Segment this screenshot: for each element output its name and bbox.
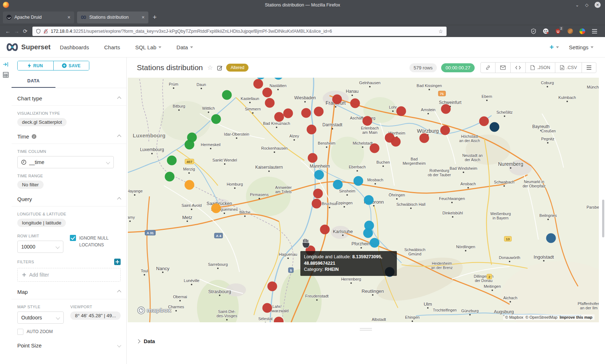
menu-icon[interactable] xyxy=(591,28,598,35)
scatter-point[interactable] xyxy=(320,225,330,235)
attribution-osm[interactable]: © OpenStreetMap xyxy=(525,315,557,319)
edit-properties-icon[interactable] xyxy=(217,65,223,70)
scatter-point[interactable] xyxy=(301,108,311,118)
bookmark-star-icon[interactable]: ☆ xyxy=(438,28,443,34)
scatter-point[interactable] xyxy=(370,238,380,248)
scatter-point[interactable] xyxy=(313,189,323,199)
map-style-select[interactable]: Outdoors xyxy=(17,311,64,324)
cookie-extension-icon[interactable] xyxy=(567,28,573,35)
attribution-mapbox[interactable]: © Mapbox xyxy=(505,315,523,319)
section-time[interactable]: Timei xyxy=(12,126,126,144)
embed-code-button[interactable] xyxy=(510,63,525,73)
scrollbar-thumb[interactable] xyxy=(602,200,604,237)
time-column-select[interactable]: __time xyxy=(17,156,114,168)
scatter-point[interactable] xyxy=(263,88,272,97)
scatter-point[interactable] xyxy=(312,199,322,209)
scatter-point[interactable] xyxy=(364,195,374,205)
shield-check-icon[interactable] xyxy=(530,28,537,35)
share-link-button[interactable] xyxy=(481,63,495,73)
window-minimize-icon[interactable]: ⌄ xyxy=(575,3,579,7)
forward-icon[interactable]: → xyxy=(12,28,21,34)
add-new-button[interactable]: + xyxy=(550,43,559,51)
chart-menu-button[interactable] xyxy=(582,63,596,73)
scatter-point[interactable] xyxy=(350,99,360,108)
scatter-point[interactable] xyxy=(308,153,318,163)
superset-logo[interactable]: Superset xyxy=(6,43,50,51)
viewport-value[interactable]: 8° 46' 45.28" | 49... xyxy=(70,311,121,320)
back-icon[interactable]: ← xyxy=(4,28,12,34)
scatter-point[interactable] xyxy=(441,104,451,114)
scatter-point[interactable] xyxy=(167,156,177,165)
scatter-point[interactable] xyxy=(490,122,499,132)
ignore-null-checkbox[interactable] xyxy=(70,235,76,241)
download-json-button[interactable]: .JSON xyxy=(525,63,555,73)
deckgl-map[interactable]: PrümDaunNastättenGelnhausenBad Kissingen… xyxy=(128,78,599,322)
tab-close-icon[interactable]: ✕ xyxy=(67,15,71,20)
scatter-point[interactable] xyxy=(274,78,283,80)
scatter-point[interactable] xyxy=(165,172,175,182)
mapbox-logo[interactable]: mapbox xyxy=(137,306,171,314)
scatter-point[interactable] xyxy=(274,112,284,122)
tab-data[interactable]: DATA xyxy=(12,75,55,88)
section-chart-type[interactable]: Chart type xyxy=(12,88,126,105)
scatter-point[interactable] xyxy=(370,144,380,153)
scatter-point[interactable] xyxy=(274,317,284,323)
download-csv-button[interactable]: .CSV xyxy=(555,63,582,73)
scatter-point[interactable] xyxy=(354,176,363,186)
lonlat-value[interactable]: longitude | latitude xyxy=(17,219,66,227)
tab-close-icon[interactable]: ✕ xyxy=(142,15,145,20)
scatter-point[interactable] xyxy=(314,170,324,180)
mask-extension-icon[interactable] xyxy=(542,28,549,35)
scatter-point[interactable] xyxy=(479,117,489,126)
add-filter-plus-button[interactable] xyxy=(114,259,121,265)
data-panel-header[interactable]: Data xyxy=(127,331,605,344)
panel-resize-handle[interactable] xyxy=(127,328,605,331)
altered-badge[interactable]: Altered xyxy=(226,64,248,72)
save-button[interactable]: SAVE xyxy=(53,61,89,70)
scatter-point[interactable] xyxy=(185,180,194,190)
tab-stations-distribution[interactable]: Stations distribution ✕ xyxy=(77,12,148,23)
section-map[interactable]: Map xyxy=(12,282,126,299)
scatter-point[interactable] xyxy=(254,79,263,89)
add-filter-field[interactable]: Add filter xyxy=(17,268,121,282)
scatter-point[interactable] xyxy=(363,116,372,126)
window-maximize-icon[interactable]: ◇ xyxy=(585,3,588,7)
scatter-point[interactable] xyxy=(332,95,342,104)
scatter-point[interactable] xyxy=(265,98,275,108)
url-field[interactable]: 172.18.0.4:32251/superset/explore/?form_… xyxy=(32,27,447,36)
scatter-point[interactable] xyxy=(185,140,194,150)
collapse-panel-icon[interactable] xyxy=(3,62,9,67)
run-button[interactable]: RUN xyxy=(18,61,53,70)
settings-menu[interactable]: Settings xyxy=(569,44,593,50)
scatter-point[interactable] xyxy=(420,133,429,143)
scatter-point[interactable] xyxy=(307,125,317,135)
scatter-point[interactable] xyxy=(314,107,324,117)
insecure-lock-icon[interactable] xyxy=(44,29,48,34)
scatter-point[interactable] xyxy=(263,303,272,313)
email-button[interactable] xyxy=(495,63,510,73)
auto-zoom-checkbox[interactable] xyxy=(17,329,23,335)
nav-dashboards[interactable]: Dashboards xyxy=(60,44,89,50)
nav-charts[interactable]: Charts xyxy=(104,44,120,50)
section-point-size[interactable]: Point Size xyxy=(12,335,126,352)
time-range-value[interactable]: No filter xyxy=(17,181,44,189)
scatter-point[interactable] xyxy=(391,137,401,147)
reload-icon[interactable]: ⟳ xyxy=(21,28,30,35)
scatter-point[interactable] xyxy=(546,233,556,243)
ublock-icon[interactable]: 2 xyxy=(555,28,561,35)
scatter-point[interactable] xyxy=(396,106,406,116)
row-limit-select[interactable]: 10000 xyxy=(17,241,63,253)
scatter-point[interactable] xyxy=(440,126,450,135)
scatter-point[interactable] xyxy=(283,109,293,118)
scatter-point[interactable] xyxy=(211,204,221,213)
scatter-point[interactable] xyxy=(333,180,343,190)
attribution-improve[interactable]: Improve this map xyxy=(560,315,592,319)
scatter-point[interactable] xyxy=(211,114,221,124)
new-tab-button[interactable]: + xyxy=(153,13,157,21)
nav-sql-lab[interactable]: SQL Lab xyxy=(135,44,161,50)
scatter-point[interactable] xyxy=(363,228,373,238)
dataset-grid-icon[interactable] xyxy=(3,72,9,78)
scatter-point[interactable] xyxy=(222,90,232,100)
colorful-extension-icon[interactable] xyxy=(579,28,586,35)
viz-type-value[interactable]: deck.gl Scatterplot xyxy=(17,118,67,126)
